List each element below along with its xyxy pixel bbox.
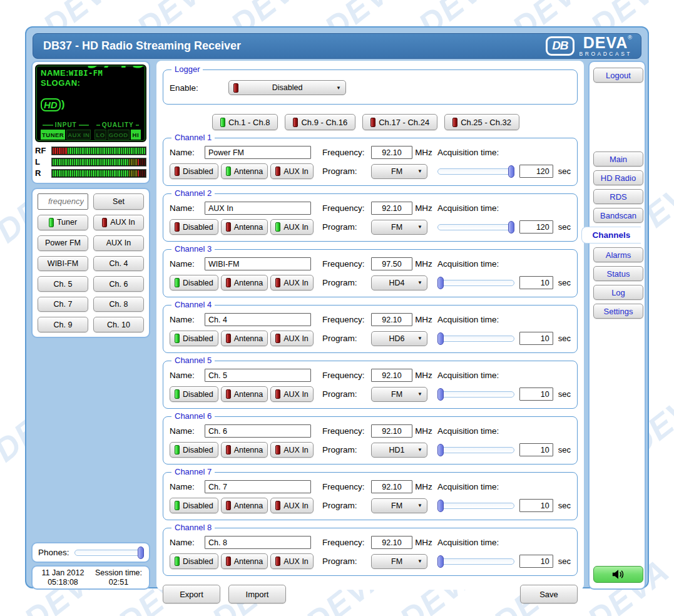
preset-button-wibi-fm[interactable]: WIBI-FM <box>38 256 88 272</box>
sidebar-item-settings[interactable]: Settings <box>593 304 643 319</box>
acquisition-time-input[interactable] <box>519 332 553 345</box>
program-select[interactable]: FM ▼ <box>371 220 427 235</box>
acquisition-time-slider[interactable] <box>437 447 514 453</box>
acquisition-time-input[interactable] <box>519 555 553 568</box>
channel-antenna-button[interactable]: Antenna <box>221 275 268 290</box>
phones-volume-slider[interactable] <box>74 550 143 556</box>
preset-button-aux-in[interactable]: AUX In <box>93 235 144 251</box>
channel-group-tab[interactable]: Ch.25 - Ch.32 <box>444 114 519 130</box>
acquisition-time-input[interactable] <box>519 220 553 234</box>
program-select[interactable]: HD4 ▼ <box>371 275 427 290</box>
channel-frequency-input[interactable] <box>371 146 412 159</box>
phones-slider-thumb[interactable] <box>138 547 144 559</box>
channel-name-input[interactable] <box>205 369 311 382</box>
program-select[interactable]: HD6 ▼ <box>371 331 427 346</box>
acquisition-slider-thumb[interactable] <box>437 555 444 568</box>
channel-disabled-button[interactable]: Disabled <box>170 275 218 290</box>
save-button[interactable]: Save <box>520 585 578 603</box>
channel-frequency-input[interactable] <box>371 369 412 382</box>
acquisition-time-input[interactable] <box>519 165 553 178</box>
program-select[interactable]: FM ▼ <box>371 387 427 402</box>
preset-button-aux-in[interactable]: AUX In <box>93 215 144 231</box>
channel-aux-button[interactable]: AUX In <box>270 331 314 346</box>
acquisition-slider-thumb[interactable] <box>437 332 444 345</box>
preset-button-tuner[interactable]: Tuner <box>38 215 88 231</box>
listen-button[interactable] <box>593 566 643 583</box>
channel-antenna-button[interactable]: Antenna <box>221 386 268 402</box>
preset-button-ch-7[interactable]: Ch. 7 <box>38 297 88 312</box>
acquisition-slider-thumb[interactable] <box>508 165 514 178</box>
sidebar-item-status[interactable]: Status <box>593 266 643 281</box>
acquisition-time-slider[interactable] <box>437 280 514 286</box>
channel-aux-button[interactable]: AUX In <box>270 219 314 235</box>
channel-disabled-button[interactable]: Disabled <box>170 386 218 402</box>
set-button[interactable]: Set <box>93 193 144 210</box>
channel-antenna-button[interactable]: Antenna <box>221 331 268 346</box>
channel-antenna-button[interactable]: Antenna <box>221 498 268 513</box>
preset-button-ch-5[interactable]: Ch. 5 <box>38 276 88 292</box>
preset-button-ch-10[interactable]: Ch. 10 <box>93 317 144 332</box>
program-select[interactable]: FM ▼ <box>371 498 427 513</box>
channel-frequency-input[interactable] <box>371 424 412 438</box>
preset-button-power-fm[interactable]: Power FM <box>38 235 88 251</box>
frequency-input[interactable] <box>38 193 88 210</box>
channel-disabled-button[interactable]: Disabled <box>170 219 218 235</box>
preset-button-ch-4[interactable]: Ch. 4 <box>93 256 144 272</box>
channel-frequency-input[interactable] <box>371 480 412 493</box>
acquisition-slider-thumb[interactable] <box>437 277 444 289</box>
channel-frequency-input[interactable] <box>371 202 412 215</box>
channel-name-input[interactable] <box>205 257 311 270</box>
acquisition-slider-thumb[interactable] <box>508 221 514 234</box>
channel-aux-button[interactable]: AUX In <box>270 442 314 458</box>
channel-disabled-button[interactable]: Disabled <box>170 498 218 513</box>
channel-disabled-button[interactable]: Disabled <box>170 442 218 458</box>
acquisition-time-slider[interactable] <box>437 224 514 230</box>
program-select[interactable]: FM ▼ <box>371 554 427 569</box>
sidebar-item-bandscan[interactable]: Bandscan <box>593 208 643 223</box>
acquisition-time-slider[interactable] <box>437 391 514 398</box>
channel-name-input[interactable] <box>205 536 311 549</box>
channel-frequency-input[interactable] <box>371 313 412 326</box>
channel-group-tab[interactable]: Ch.17 - Ch.24 <box>362 114 437 130</box>
acquisition-time-slider[interactable] <box>437 558 514 565</box>
channel-name-input[interactable] <box>205 202 311 215</box>
sidebar-item-hd-radio[interactable]: HD Radio <box>593 170 643 185</box>
acquisition-time-input[interactable] <box>519 443 553 456</box>
sidebar-item-main[interactable]: Main <box>593 151 643 167</box>
preset-button-ch-8[interactable]: Ch. 8 <box>93 297 144 312</box>
acquisition-time-slider[interactable] <box>437 168 514 175</box>
logout-button[interactable]: Logout <box>593 68 643 83</box>
channel-antenna-button[interactable]: Antenna <box>221 163 268 179</box>
preset-button-ch-6[interactable]: Ch. 6 <box>93 276 144 292</box>
channel-aux-button[interactable]: AUX In <box>270 275 314 290</box>
channel-aux-button[interactable]: AUX In <box>270 386 314 402</box>
channel-frequency-input[interactable] <box>371 536 412 549</box>
channel-group-tab[interactable]: Ch.1 - Ch.8 <box>212 114 278 130</box>
acquisition-slider-thumb[interactable] <box>437 444 444 456</box>
channel-name-input[interactable] <box>205 146 311 159</box>
acquisition-time-input[interactable] <box>519 276 553 289</box>
channel-aux-button[interactable]: AUX In <box>270 163 314 179</box>
channel-antenna-button[interactable]: Antenna <box>221 219 268 235</box>
sidebar-item-log[interactable]: Log <box>593 285 643 300</box>
acquisition-time-input[interactable] <box>519 388 553 401</box>
program-select[interactable]: FM ▼ <box>371 164 427 179</box>
channel-aux-button[interactable]: AUX In <box>270 553 314 569</box>
acquisition-time-slider[interactable] <box>437 503 514 509</box>
sidebar-item-alarms[interactable]: Alarms <box>593 247 643 262</box>
channel-name-input[interactable] <box>205 480 311 493</box>
channel-group-tab[interactable]: Ch.9 - Ch.16 <box>285 114 355 130</box>
channel-name-input[interactable] <box>205 313 311 326</box>
channel-disabled-button[interactable]: Disabled <box>170 163 218 179</box>
channel-antenna-button[interactable]: Antenna <box>221 442 268 458</box>
acquisition-time-input[interactable] <box>519 499 553 512</box>
acquisition-slider-thumb[interactable] <box>437 388 444 401</box>
export-button[interactable]: Export <box>163 585 220 603</box>
acquisition-slider-thumb[interactable] <box>437 500 444 512</box>
channel-name-input[interactable] <box>205 424 311 438</box>
sidebar-item-rds[interactable]: RDS <box>593 189 643 204</box>
channel-disabled-button[interactable]: Disabled <box>170 553 218 569</box>
program-select[interactable]: HD1 ▼ <box>371 443 427 458</box>
channel-frequency-input[interactable] <box>371 257 412 270</box>
channel-disabled-button[interactable]: Disabled <box>170 331 218 346</box>
